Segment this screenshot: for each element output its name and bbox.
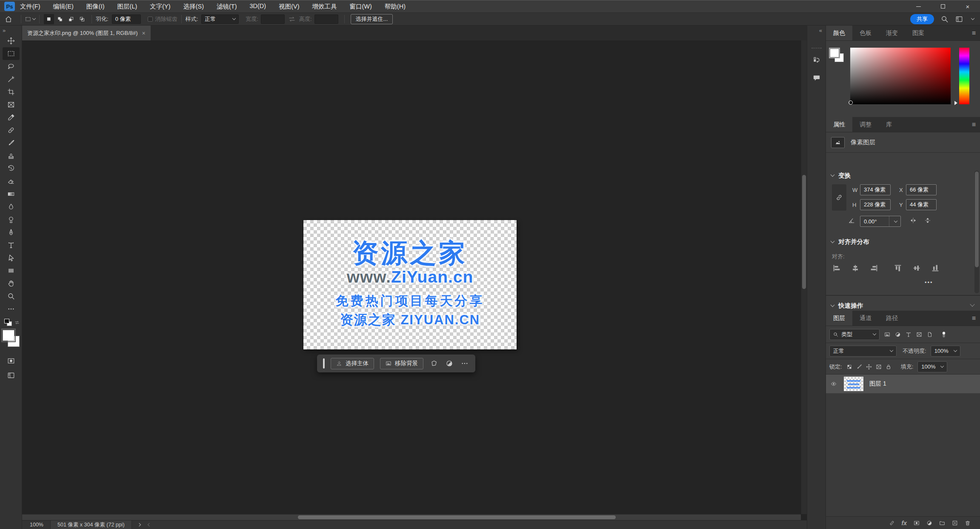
- lock-artboard-icon[interactable]: [876, 364, 882, 370]
- tab-color[interactable]: 颜色: [826, 26, 852, 40]
- tab-patterns[interactable]: 图案: [905, 26, 931, 40]
- edit-toolbar-button[interactable]: [3, 303, 20, 315]
- intersect-selection-mode[interactable]: [77, 14, 87, 24]
- panel-scrollbar[interactable]: [974, 171, 979, 293]
- horizontal-scrollbar-thumb[interactable]: [298, 515, 616, 519]
- more-align-options-icon[interactable]: •••: [925, 279, 933, 286]
- saturation-brightness-field[interactable]: [850, 48, 951, 104]
- maximize-button[interactable]: [931, 0, 955, 12]
- rotation-field[interactable]: 0.00°: [860, 216, 901, 227]
- align-center-v-icon[interactable]: [912, 263, 921, 273]
- color-picker-ring[interactable]: [849, 100, 853, 105]
- align-right-icon[interactable]: [869, 263, 879, 273]
- align-top-icon[interactable]: [893, 263, 903, 273]
- lock-all-icon[interactable]: [886, 364, 891, 370]
- lock-transparent-icon[interactable]: [846, 364, 852, 370]
- zoom-level[interactable]: 100%: [22, 522, 50, 528]
- blend-mode-select[interactable]: 正常: [829, 346, 897, 357]
- chevron-down-icon[interactable]: [971, 17, 974, 20]
- flip-vertical-icon[interactable]: [924, 217, 931, 224]
- menu-image[interactable]: 图像(I): [86, 3, 105, 11]
- tab-properties[interactable]: 属性: [826, 117, 852, 132]
- menu-filter[interactable]: 滤镜(T): [217, 3, 237, 11]
- align-section-header[interactable]: 对齐并分布: [831, 238, 869, 246]
- style-select[interactable]: 正常: [201, 14, 239, 24]
- tab-layers[interactable]: 图层: [826, 311, 852, 326]
- layer-thumbnail[interactable]: [844, 377, 863, 391]
- filter-adjustment-layers-icon[interactable]: [895, 332, 901, 337]
- document-tab[interactable]: 资源之家水印.png @ 100% (图层 1, RGB/8#) ×: [22, 26, 151, 40]
- document-size-info[interactable]: 501 像素 x 304 像素 (72 ppi): [50, 520, 132, 529]
- tool-brush[interactable]: [3, 137, 20, 149]
- transform-section-header[interactable]: 变换: [831, 172, 851, 180]
- search-icon[interactable]: [941, 15, 949, 23]
- menu-view[interactable]: 视图(V): [279, 3, 299, 11]
- minimize-button[interactable]: [906, 0, 931, 12]
- tool-eraser[interactable]: [3, 175, 20, 188]
- comments-panel-button[interactable]: [810, 71, 823, 84]
- tool-dodge[interactable]: [3, 213, 20, 226]
- tool-blur[interactable]: [3, 200, 20, 213]
- close-button[interactable]: ×: [955, 0, 980, 12]
- flip-horizontal-icon[interactable]: [909, 217, 917, 224]
- height-input[interactable]: [314, 14, 338, 24]
- lock-paint-icon[interactable]: [856, 364, 862, 370]
- tab-paths[interactable]: 路径: [879, 311, 905, 326]
- tool-rectangle[interactable]: [3, 264, 20, 277]
- panel-color-swatches[interactable]: [830, 49, 847, 66]
- hue-strip[interactable]: [959, 48, 969, 104]
- tool-move[interactable]: [3, 34, 20, 47]
- expand-panels-icon[interactable]: «: [819, 27, 822, 34]
- align-center-h-icon[interactable]: [851, 263, 860, 273]
- color-swatches[interactable]: [2, 330, 20, 348]
- new-selection-mode[interactable]: [44, 14, 54, 24]
- rotation-dropdown[interactable]: [889, 216, 897, 226]
- menu-type[interactable]: 文字(Y): [150, 3, 170, 11]
- status-expand-icon[interactable]: [137, 523, 140, 526]
- add-selection-mode[interactable]: [55, 14, 65, 24]
- filter-type-layers-icon[interactable]: [906, 332, 911, 337]
- filter-toggle-icon[interactable]: [940, 331, 948, 338]
- document-close-icon[interactable]: ×: [142, 30, 146, 37]
- fill-select[interactable]: 100%: [917, 361, 947, 372]
- layer-row[interactable]: 图层 1: [826, 375, 980, 393]
- tool-crop[interactable]: [3, 86, 20, 98]
- tab-libraries[interactable]: 库: [879, 117, 899, 132]
- remove-background-button[interactable]: 移除背景: [380, 358, 423, 369]
- new-layer-icon[interactable]: [952, 520, 958, 526]
- adjustments-button[interactable]: [445, 360, 454, 367]
- tool-rectangular-marquee[interactable]: [3, 47, 20, 60]
- hue-slider-arrow[interactable]: [954, 101, 957, 105]
- menu-select[interactable]: 选择(S): [183, 3, 204, 11]
- toolbar-collapse-icon[interactable]: »: [3, 27, 6, 34]
- foreground-swatch[interactable]: [830, 49, 839, 57]
- panel-scrollbar-thumb[interactable]: [975, 172, 979, 267]
- default-colors-button[interactable]: [4, 319, 15, 328]
- align-bottom-icon[interactable]: [931, 263, 940, 273]
- tab-adjustments[interactable]: 调整: [852, 117, 879, 132]
- artboard[interactable]: 资源之家 www.ZiYuan.cn 免费热门项目每天分享 资源之家 ZIYUA…: [303, 220, 517, 349]
- history-panel-button[interactable]: [810, 54, 823, 66]
- tab-gradients[interactable]: 渐变: [879, 26, 905, 40]
- filter-type-select[interactable]: 类型: [829, 329, 880, 340]
- tool-spot-healing[interactable]: [3, 124, 20, 137]
- tool-hand[interactable]: [3, 277, 20, 290]
- select-subject-button[interactable]: 选择主体: [331, 358, 374, 369]
- tool-lasso[interactable]: [3, 60, 20, 73]
- add-mask-icon[interactable]: [914, 520, 920, 526]
- new-group-icon[interactable]: [939, 520, 945, 526]
- menu-file[interactable]: 文件(F): [20, 3, 40, 11]
- opacity-select[interactable]: 100%: [931, 346, 960, 357]
- share-button[interactable]: 共享: [910, 14, 934, 24]
- filter-smart-objects-icon[interactable]: [927, 332, 933, 337]
- align-left-icon[interactable]: [832, 263, 841, 273]
- panel-menu-icon[interactable]: ≡: [972, 315, 976, 322]
- tab-swatches[interactable]: 色板: [852, 26, 879, 40]
- quick-actions-header[interactable]: 快速操作: [831, 302, 863, 310]
- layer-effects-icon[interactable]: fx: [902, 520, 907, 526]
- layer-visibility-toggle[interactable]: [826, 381, 841, 387]
- select-and-mask-button[interactable]: 选择并遮住...: [351, 14, 393, 24]
- tool-pen[interactable]: [3, 226, 20, 239]
- y-field[interactable]: 44 像素: [906, 199, 937, 210]
- menu-edit[interactable]: 编辑(E): [53, 3, 74, 11]
